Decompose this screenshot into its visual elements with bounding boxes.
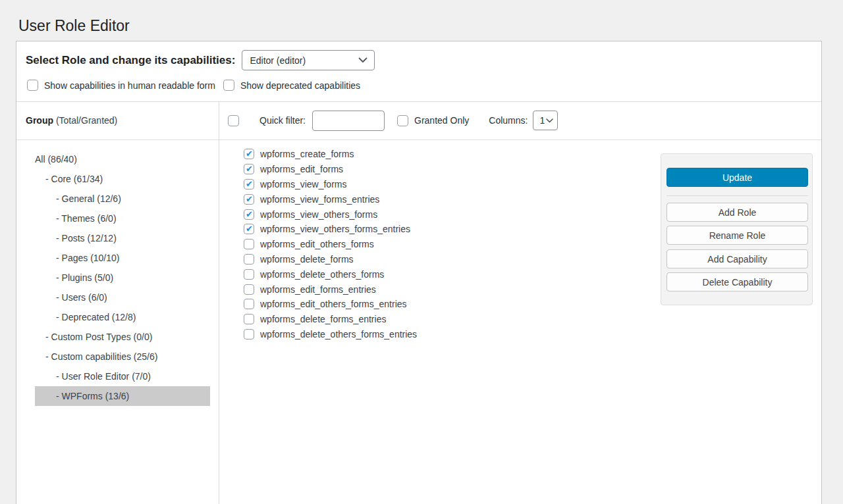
group-tree-item[interactable]: - Custom capabilities (25/6) <box>35 347 210 366</box>
columns-select-value: 1 <box>539 115 545 126</box>
group-tree: All (86/40) - Core (61/34) - General (12… <box>35 149 210 406</box>
capability-label: wpforms_edit_forms_entries <box>260 284 376 295</box>
capability-checkbox[interactable] <box>244 314 254 324</box>
human-readable-option: Show capabilities in human readable form <box>27 80 215 91</box>
capability-row: wpforms_edit_forms_entries <box>244 282 417 297</box>
capability-list: wpforms_create_forms wpforms_edit_forms … <box>244 147 417 341</box>
capability-row: wpforms_create_forms <box>244 147 417 162</box>
group-header-bold: Group <box>26 115 53 126</box>
capability-checkbox[interactable] <box>244 209 254 220</box>
group-tree-item[interactable]: - Deprecated (12/8) <box>35 307 210 327</box>
columns-label: Columns: <box>489 115 528 126</box>
capability-label: wpforms_edit_forms <box>260 164 343 174</box>
action-panel: Update Add Role Rename Role Add Capabili… <box>661 153 813 305</box>
capability-label: wpforms_delete_forms <box>260 254 354 265</box>
chevron-down-icon <box>546 118 553 123</box>
group-tree-item[interactable]: - Custom Post Types (0/0) <box>35 327 210 347</box>
capability-label: wpforms_delete_others_forms_entries <box>260 329 417 340</box>
group-tree-item-label: All (86/40) <box>35 154 77 164</box>
capability-label: wpforms_create_forms <box>260 149 354 159</box>
capability-checkbox[interactable] <box>244 194 254 205</box>
capability-label: wpforms_delete_others_forms <box>260 269 384 280</box>
capability-checkbox[interactable] <box>244 179 254 189</box>
role-select[interactable]: Editor (editor) <box>242 50 375 70</box>
add-capability-button[interactable]: Add Capability <box>666 249 808 268</box>
group-tree-item[interactable]: - Pages (10/10) <box>35 248 210 268</box>
capability-checkbox[interactable] <box>244 329 254 340</box>
capability-label: wpforms_delete_forms_entries <box>260 314 386 324</box>
deprecated-checkbox[interactable] <box>223 80 234 91</box>
select-all-checkbox[interactable] <box>228 115 239 126</box>
group-tree-item-label: - Pages (10/10) <box>56 253 120 263</box>
capability-row: wpforms_view_forms <box>244 177 417 192</box>
capability-checkbox[interactable] <box>244 224 254 234</box>
divider <box>16 139 821 140</box>
capability-row: wpforms_delete_others_forms_entries <box>244 327 417 342</box>
deprecated-label: Show deprecated capabilities <box>240 80 360 91</box>
granted-only-label: Granted Only <box>414 115 469 126</box>
delete-capability-button[interactable]: Delete Capability <box>666 272 808 291</box>
human-readable-checkbox[interactable] <box>27 80 38 91</box>
capability-row: wpforms_view_others_forms <box>244 207 417 222</box>
update-button[interactable]: Update <box>666 168 808 187</box>
capability-label: wpforms_edit_others_forms <box>260 239 374 249</box>
group-tree-item-label: - User Role Editor (7/0) <box>56 371 151 382</box>
quick-filter-label: Quick filter: <box>259 115 306 126</box>
group-tree-item-label: - Custom capabilities (25/6) <box>45 351 157 362</box>
quick-filter-input[interactable] <box>312 111 385 131</box>
group-tree-item[interactable]: - WPForms (13/6) <box>35 386 210 406</box>
capability-row: wpforms_edit_forms <box>244 162 417 177</box>
group-tree-item[interactable]: - Core (61/34) <box>35 169 210 189</box>
capability-checkbox[interactable] <box>244 284 254 295</box>
capability-label: wpforms_edit_others_forms_entries <box>260 299 407 309</box>
capability-checkbox[interactable] <box>244 299 254 309</box>
role-select-value: Editor (editor) <box>250 55 306 66</box>
group-tree-item[interactable]: - Themes (6/0) <box>35 209 210 228</box>
capability-row: wpforms_edit_others_forms_entries <box>244 297 417 312</box>
capability-checkbox[interactable] <box>244 254 254 265</box>
group-tree-item[interactable]: - Posts (12/12) <box>35 228 210 248</box>
capability-row: wpforms_delete_forms <box>244 252 417 267</box>
group-tree-item[interactable]: - User Role Editor (7/0) <box>35 366 210 386</box>
group-tree-item[interactable]: - General (12/6) <box>35 189 210 209</box>
group-tree-item-label: - Core (61/34) <box>45 174 103 184</box>
group-tree-item[interactable]: - Plugins (5/0) <box>35 268 210 288</box>
filter-bar: Quick filter: Granted Only Columns: 1 <box>228 106 815 135</box>
rename-role-button[interactable]: Rename Role <box>666 226 808 245</box>
divider <box>16 101 821 102</box>
capability-row: wpforms_delete_others_forms <box>244 266 417 282</box>
divider <box>666 195 808 196</box>
group-tree-item-label: - Users (6/0) <box>56 292 107 303</box>
user-role-editor-panel: Select Role and change its capabilities:… <box>16 41 822 504</box>
group-tree-item-label: - General (12/6) <box>56 193 121 204</box>
capability-checkbox[interactable] <box>244 239 254 249</box>
columns-select[interactable]: 1 <box>533 111 558 130</box>
capability-row: wpforms_delete_forms_entries <box>244 312 417 327</box>
group-tree-item[interactable]: - Users (6/0) <box>35 288 210 307</box>
group-tree-item-label: - Themes (6/0) <box>56 213 117 224</box>
add-role-button[interactable]: Add Role <box>666 203 808 222</box>
capability-checkbox[interactable] <box>244 164 254 174</box>
group-header: Group (Total/Granted) <box>26 115 117 126</box>
human-readable-label: Show capabilities in human readable form <box>44 80 215 91</box>
role-selector-label: Select Role and change its capabilities: <box>26 54 235 67</box>
capability-label: wpforms_view_forms <box>260 179 346 189</box>
capability-label: wpforms_view_forms_entries <box>260 194 379 205</box>
capability-checkbox[interactable] <box>244 269 254 280</box>
capability-row: wpforms_edit_others_forms <box>244 237 417 252</box>
granted-only-checkbox[interactable] <box>397 115 408 126</box>
divider <box>219 101 219 504</box>
capability-row: wpforms_view_forms_entries <box>244 191 417 207</box>
group-header-rest: (Total/Granted) <box>53 115 117 126</box>
display-options-row: Show capabilities in human readable form… <box>27 80 360 91</box>
deprecated-option: Show deprecated capabilities <box>223 80 360 91</box>
capability-label: wpforms_view_others_forms_entries <box>260 224 410 234</box>
page-title: User Role Editor <box>18 17 130 35</box>
group-tree-item-label: - Deprecated (12/8) <box>56 312 136 322</box>
group-tree-item-label: - Posts (12/12) <box>56 233 117 243</box>
group-tree-item-label: - WPForms (13/6) <box>56 391 129 401</box>
role-selector-row: Select Role and change its capabilities:… <box>26 50 375 70</box>
chevron-down-icon <box>358 57 367 63</box>
capability-checkbox[interactable] <box>244 149 254 159</box>
group-tree-item[interactable]: All (86/40) <box>35 149 210 169</box>
